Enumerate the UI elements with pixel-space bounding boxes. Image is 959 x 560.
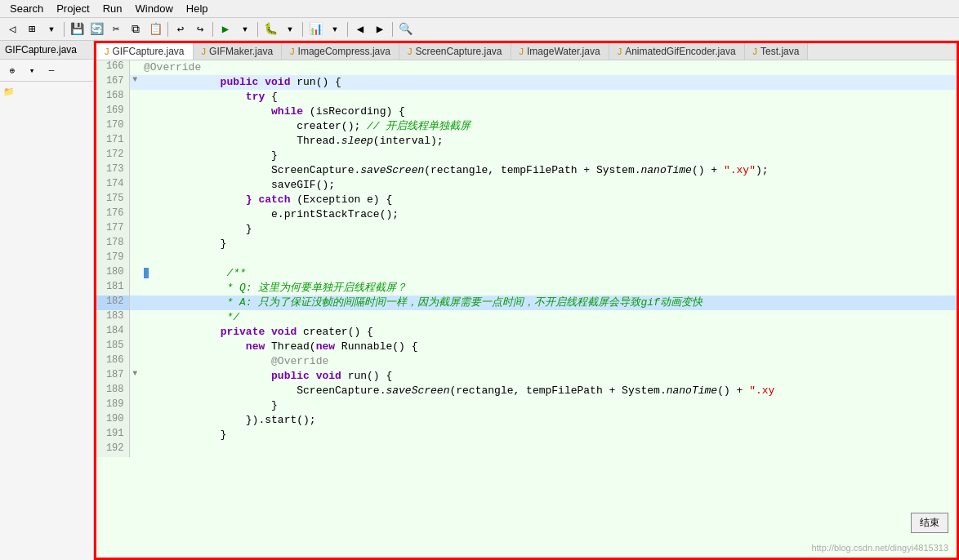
- line-code: */: [141, 310, 957, 325]
- tab-animatedgifencoder[interactable]: J AnimatedGifEncoder.java: [609, 43, 745, 60]
- toolbar-run-btn[interactable]: ▶: [216, 20, 234, 38]
- tab-test-icon: J: [753, 47, 758, 56]
- line-fold[interactable]: [129, 413, 141, 428]
- line-number: 182: [96, 296, 129, 310]
- table-row: 188 ScreenCapture.saveScreen(rectangle, …: [96, 384, 957, 398]
- line-fold[interactable]: [129, 296, 141, 310]
- line-fold[interactable]: [129, 340, 141, 354]
- line-fold[interactable]: [129, 428, 141, 442]
- tab-gifcapture[interactable]: J GIFCapture.java: [96, 43, 194, 60]
- line-fold[interactable]: ▼: [129, 75, 141, 90]
- line-code: }: [141, 428, 957, 442]
- line-fold[interactable]: [129, 149, 141, 163]
- tab-screencapture[interactable]: J ScreenCapture.java: [399, 43, 511, 60]
- line-fold[interactable]: ▼: [129, 369, 141, 384]
- line-code: try {: [141, 90, 957, 104]
- line-fold[interactable]: [129, 310, 141, 325]
- table-row: 192: [96, 442, 957, 457]
- toolbar-save-btn[interactable]: 💾: [68, 20, 86, 38]
- toolbar-redo-btn[interactable]: ↪: [191, 20, 209, 38]
- line-fold[interactable]: [129, 325, 141, 340]
- line-fold[interactable]: [129, 163, 141, 178]
- tab-imagewater[interactable]: J ImageWater.java: [511, 43, 609, 60]
- toolbar-debug-drop-btn[interactable]: ▾: [281, 20, 299, 38]
- toolbar-undo-btn[interactable]: ↩: [172, 20, 190, 38]
- toolbar-sep-1: [64, 22, 65, 37]
- line-fold[interactable]: [129, 90, 141, 104]
- table-row: 187 ▼ public void run() {: [96, 369, 957, 384]
- line-fold[interactable]: [129, 193, 141, 207]
- toolbar-paste-btn[interactable]: 📋: [146, 20, 164, 38]
- line-fold[interactable]: [129, 354, 141, 369]
- line-code: saveGIF();: [141, 178, 957, 193]
- toolbar-sync-btn[interactable]: 🔄: [87, 20, 105, 38]
- menu-search[interactable]: Search: [3, 1, 50, 16]
- toolbar-nav-next-btn[interactable]: ▶: [371, 20, 389, 38]
- menu-run[interactable]: Run: [96, 1, 129, 16]
- table-row: 174 saveGIF();: [96, 178, 957, 193]
- line-code: ScreenCapture.saveScreen(rectangle, temp…: [141, 163, 957, 178]
- table-row: 190 }).start();: [96, 413, 957, 428]
- toolbar-sep-7: [392, 22, 393, 37]
- line-number: 169: [96, 104, 129, 119]
- line-number: 186: [96, 354, 129, 369]
- toolbar-run-drop-btn[interactable]: ▾: [236, 20, 254, 38]
- table-row: 168 try {: [96, 90, 957, 104]
- line-fold[interactable]: [129, 237, 141, 251]
- table-row: 182 * A: 只为了保证没帧的间隔时间一样，因为截屏需要一点时间，不开启线程…: [96, 296, 957, 310]
- toolbar-grid-btn[interactable]: ⊞: [23, 20, 41, 38]
- code-editor[interactable]: 166 @Override 167 ▼ public void run() { …: [96, 60, 957, 558]
- line-number: 178: [96, 237, 129, 251]
- table-row: 175 } catch (Exception e) {: [96, 193, 957, 207]
- line-code: public void run() {: [141, 75, 957, 90]
- line-fold[interactable]: [129, 384, 141, 398]
- toolbar-back-btn[interactable]: ◁: [3, 20, 21, 38]
- line-code: ScreenCapture.saveScreen(rectangle, temp…: [141, 384, 957, 398]
- line-code: [141, 442, 957, 457]
- line-fold[interactable]: [129, 60, 141, 75]
- line-fold[interactable]: [129, 119, 141, 134]
- line-fold[interactable]: [129, 207, 141, 222]
- line-fold[interactable]: [129, 266, 141, 281]
- table-row: 183 */: [96, 310, 957, 325]
- toolbar-profile-drop-btn[interactable]: ▾: [326, 20, 344, 38]
- toolbar-search-btn[interactable]: 🔍: [396, 20, 414, 38]
- line-code: * Q: 这里为何要单独开启线程截屏？: [141, 281, 957, 296]
- line-fold[interactable]: [129, 251, 141, 266]
- sidebar-toolbar: ⊕ ▾ —: [0, 60, 93, 82]
- tab-gifmaker[interactable]: J GIFMaker.java: [194, 43, 283, 60]
- line-fold[interactable]: [129, 398, 141, 413]
- menu-help[interactable]: Help: [180, 1, 215, 16]
- toolbar-copy-btn[interactable]: ⧉: [127, 20, 145, 38]
- sidebar: GIFCapture.java ⊕ ▾ — 📁: [0, 41, 94, 560]
- toolbar-dropdown-btn[interactable]: ▾: [42, 20, 60, 38]
- toolbar-profile-btn[interactable]: 📊: [306, 20, 324, 38]
- line-fold[interactable]: [129, 178, 141, 193]
- tab-gifmaker-icon: J: [202, 47, 207, 56]
- toolbar-debug-btn[interactable]: 🐛: [261, 20, 279, 38]
- tab-imagecompress[interactable]: J ImageCompress.java: [282, 43, 399, 60]
- line-number: 171: [96, 134, 129, 149]
- tab-test[interactable]: J Test.java: [745, 43, 809, 60]
- line-fold[interactable]: [129, 222, 141, 237]
- line-fold[interactable]: [129, 134, 141, 149]
- code-table: 166 @Override 167 ▼ public void run() { …: [96, 60, 957, 457]
- menu-window[interactable]: Window: [129, 1, 180, 16]
- line-code: @Override: [141, 354, 957, 369]
- line-code: * A: 只为了保证没帧的间隔时间一样，因为截屏需要一点时间，不开启线程截屏会导…: [141, 296, 957, 310]
- table-row: 176 e.printStackTrace();: [96, 207, 957, 222]
- line-fold[interactable]: [129, 442, 141, 457]
- tab-gifcapture-icon: J: [105, 47, 109, 56]
- sidebar-add-btn[interactable]: ⊕: [3, 61, 21, 79]
- toolbar-cut-btn[interactable]: ✂: [107, 20, 125, 38]
- sidebar-tree-item[interactable]: 📁: [3, 85, 90, 99]
- line-fold[interactable]: [129, 104, 141, 119]
- table-row: 185 new Thread(new Runnable() {: [96, 340, 957, 354]
- sidebar-arrow-btn[interactable]: ▾: [23, 61, 41, 79]
- toolbar-nav-prev-btn[interactable]: ◀: [351, 20, 369, 38]
- jieshu-button[interactable]: 结束: [911, 513, 948, 533]
- tab-screencapture-label: ScreenCapture.java: [415, 46, 502, 57]
- line-fold[interactable]: [129, 281, 141, 296]
- menu-project[interactable]: Project: [50, 1, 96, 16]
- sidebar-nav-btn[interactable]: —: [42, 61, 60, 79]
